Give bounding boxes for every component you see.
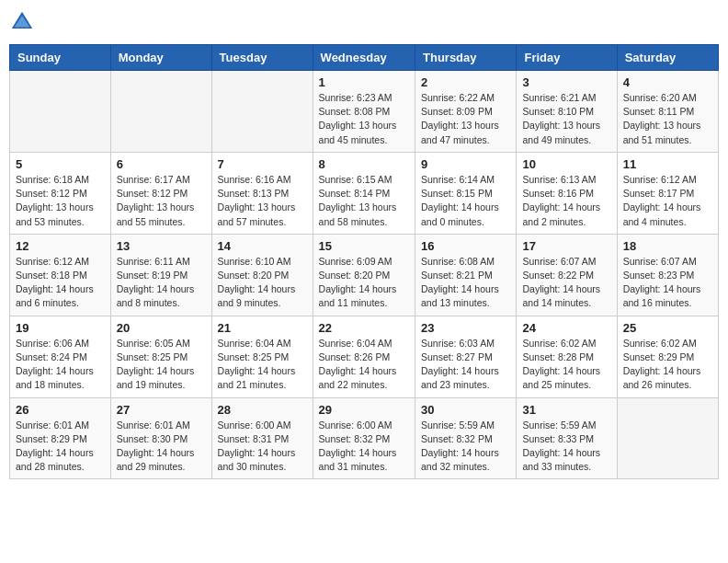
calendar-day-cell bbox=[211, 71, 313, 153]
day-number: 20 bbox=[117, 321, 206, 335]
day-number: 9 bbox=[421, 157, 510, 171]
calendar-day-cell: 9Sunrise: 6:14 AMSunset: 8:15 PMDaylight… bbox=[415, 152, 517, 234]
calendar-day-cell: 16Sunrise: 6:08 AMSunset: 8:21 PMDayligh… bbox=[415, 234, 517, 316]
calendar-day-cell: 14Sunrise: 6:10 AMSunset: 8:20 PMDayligh… bbox=[211, 234, 313, 316]
calendar-day-cell: 12Sunrise: 6:12 AMSunset: 8:18 PMDayligh… bbox=[10, 234, 111, 316]
calendar-day-cell: 4Sunrise: 6:20 AMSunset: 8:11 PMDaylight… bbox=[617, 71, 718, 153]
calendar-day-cell: 2Sunrise: 6:22 AMSunset: 8:09 PMDaylight… bbox=[415, 71, 517, 153]
day-number: 1 bbox=[319, 75, 409, 89]
day-number: 6 bbox=[117, 157, 206, 171]
calendar-day-cell: 15Sunrise: 6:09 AMSunset: 8:20 PMDayligh… bbox=[313, 234, 415, 316]
calendar-day-cell: 31Sunrise: 5:59 AMSunset: 8:33 PMDayligh… bbox=[517, 397, 617, 479]
day-of-week-header: Friday bbox=[517, 45, 617, 71]
day-number: 7 bbox=[218, 157, 307, 171]
calendar-header-row: SundayMondayTuesdayWednesdayThursdayFrid… bbox=[10, 45, 719, 71]
calendar-day-cell: 6Sunrise: 6:17 AMSunset: 8:12 PMDaylight… bbox=[110, 152, 211, 234]
day-number: 8 bbox=[319, 157, 409, 171]
calendar-day-cell: 17Sunrise: 6:07 AMSunset: 8:22 PMDayligh… bbox=[517, 234, 617, 316]
day-number: 25 bbox=[623, 321, 712, 335]
calendar-week-row: 1Sunrise: 6:23 AMSunset: 8:08 PMDaylight… bbox=[10, 71, 719, 153]
calendar-day-cell: 26Sunrise: 6:01 AMSunset: 8:29 PMDayligh… bbox=[10, 397, 111, 479]
calendar-day-cell: 23Sunrise: 6:03 AMSunset: 8:27 PMDayligh… bbox=[415, 316, 517, 397]
day-number: 16 bbox=[421, 239, 510, 253]
day-info: Sunrise: 6:10 AMSunset: 8:20 PMDaylight:… bbox=[218, 255, 307, 311]
day-info: Sunrise: 6:01 AMSunset: 8:29 PMDaylight:… bbox=[16, 419, 105, 475]
day-number: 5 bbox=[16, 157, 105, 171]
day-number: 12 bbox=[16, 239, 105, 253]
day-number: 24 bbox=[522, 321, 610, 335]
calendar-day-cell: 29Sunrise: 6:00 AMSunset: 8:32 PMDayligh… bbox=[313, 397, 415, 479]
day-info: Sunrise: 6:11 AMSunset: 8:19 PMDaylight:… bbox=[117, 255, 206, 311]
day-of-week-header: Monday bbox=[110, 45, 211, 71]
calendar-week-row: 26Sunrise: 6:01 AMSunset: 8:29 PMDayligh… bbox=[10, 397, 719, 479]
day-info: Sunrise: 6:07 AMSunset: 8:23 PMDaylight:… bbox=[623, 255, 712, 311]
day-info: Sunrise: 6:00 AMSunset: 8:32 PMDaylight:… bbox=[319, 419, 409, 475]
day-number: 4 bbox=[623, 75, 712, 89]
day-info: Sunrise: 6:02 AMSunset: 8:29 PMDaylight:… bbox=[623, 337, 712, 393]
calendar-day-cell: 10Sunrise: 6:13 AMSunset: 8:16 PMDayligh… bbox=[517, 152, 617, 234]
day-info: Sunrise: 6:03 AMSunset: 8:27 PMDaylight:… bbox=[421, 337, 510, 393]
day-number: 11 bbox=[623, 157, 712, 171]
day-number: 22 bbox=[319, 321, 409, 335]
calendar-day-cell: 22Sunrise: 6:04 AMSunset: 8:26 PMDayligh… bbox=[313, 316, 415, 397]
day-info: Sunrise: 6:16 AMSunset: 8:13 PMDaylight:… bbox=[218, 173, 307, 229]
day-info: Sunrise: 6:21 AMSunset: 8:10 PMDaylight:… bbox=[522, 91, 610, 147]
day-number: 13 bbox=[117, 239, 206, 253]
day-info: Sunrise: 6:00 AMSunset: 8:31 PMDaylight:… bbox=[218, 419, 307, 475]
day-info: Sunrise: 5:59 AMSunset: 8:32 PMDaylight:… bbox=[421, 419, 510, 475]
day-info: Sunrise: 6:02 AMSunset: 8:28 PMDaylight:… bbox=[522, 337, 610, 393]
calendar-day-cell: 18Sunrise: 6:07 AMSunset: 8:23 PMDayligh… bbox=[617, 234, 718, 316]
calendar-day-cell: 3Sunrise: 6:21 AMSunset: 8:10 PMDaylight… bbox=[517, 71, 617, 153]
calendar-week-row: 12Sunrise: 6:12 AMSunset: 8:18 PMDayligh… bbox=[10, 234, 719, 316]
day-info: Sunrise: 5:59 AMSunset: 8:33 PMDaylight:… bbox=[522, 419, 610, 475]
general-blue-logo-icon bbox=[9, 9, 35, 35]
day-info: Sunrise: 6:17 AMSunset: 8:12 PMDaylight:… bbox=[117, 173, 206, 229]
day-number: 19 bbox=[16, 321, 105, 335]
day-number: 26 bbox=[16, 403, 105, 417]
day-info: Sunrise: 6:13 AMSunset: 8:16 PMDaylight:… bbox=[522, 173, 610, 229]
day-info: Sunrise: 6:05 AMSunset: 8:25 PMDaylight:… bbox=[117, 337, 206, 393]
calendar-day-cell: 30Sunrise: 5:59 AMSunset: 8:32 PMDayligh… bbox=[415, 397, 517, 479]
calendar-week-row: 5Sunrise: 6:18 AMSunset: 8:12 PMDaylight… bbox=[10, 152, 719, 234]
day-info: Sunrise: 6:04 AMSunset: 8:25 PMDaylight:… bbox=[218, 337, 307, 393]
logo bbox=[9, 9, 39, 35]
day-info: Sunrise: 6:18 AMSunset: 8:12 PMDaylight:… bbox=[16, 173, 105, 229]
calendar-day-cell: 8Sunrise: 6:15 AMSunset: 8:14 PMDaylight… bbox=[313, 152, 415, 234]
day-number: 17 bbox=[522, 239, 610, 253]
calendar-day-cell: 24Sunrise: 6:02 AMSunset: 8:28 PMDayligh… bbox=[517, 316, 617, 397]
day-of-week-header: Wednesday bbox=[313, 45, 415, 71]
day-number: 2 bbox=[421, 75, 510, 89]
calendar-day-cell bbox=[617, 397, 718, 479]
day-info: Sunrise: 6:08 AMSunset: 8:21 PMDaylight:… bbox=[421, 255, 510, 311]
day-info: Sunrise: 6:12 AMSunset: 8:18 PMDaylight:… bbox=[16, 255, 105, 311]
day-number: 28 bbox=[218, 403, 307, 417]
calendar-day-cell bbox=[10, 71, 111, 153]
day-of-week-header: Tuesday bbox=[211, 45, 313, 71]
day-info: Sunrise: 6:14 AMSunset: 8:15 PMDaylight:… bbox=[421, 173, 510, 229]
day-info: Sunrise: 6:15 AMSunset: 8:14 PMDaylight:… bbox=[319, 173, 409, 229]
day-info: Sunrise: 6:23 AMSunset: 8:08 PMDaylight:… bbox=[319, 91, 409, 147]
calendar-day-cell: 20Sunrise: 6:05 AMSunset: 8:25 PMDayligh… bbox=[110, 316, 211, 397]
day-number: 27 bbox=[117, 403, 206, 417]
calendar-day-cell: 5Sunrise: 6:18 AMSunset: 8:12 PMDaylight… bbox=[10, 152, 111, 234]
day-number: 3 bbox=[522, 75, 610, 89]
day-number: 29 bbox=[319, 403, 409, 417]
day-of-week-header: Thursday bbox=[415, 45, 517, 71]
calendar-day-cell: 19Sunrise: 6:06 AMSunset: 8:24 PMDayligh… bbox=[10, 316, 111, 397]
day-number: 18 bbox=[623, 239, 712, 253]
calendar-day-cell: 7Sunrise: 6:16 AMSunset: 8:13 PMDaylight… bbox=[211, 152, 313, 234]
day-number: 14 bbox=[218, 239, 307, 253]
day-of-week-header: Sunday bbox=[10, 45, 111, 71]
day-info: Sunrise: 6:07 AMSunset: 8:22 PMDaylight:… bbox=[522, 255, 610, 311]
calendar-table: SundayMondayTuesdayWednesdayThursdayFrid… bbox=[9, 44, 719, 479]
day-info: Sunrise: 6:09 AMSunset: 8:20 PMDaylight:… bbox=[319, 255, 409, 311]
calendar-day-cell: 21Sunrise: 6:04 AMSunset: 8:25 PMDayligh… bbox=[211, 316, 313, 397]
day-number: 30 bbox=[421, 403, 510, 417]
calendar-day-cell bbox=[110, 71, 211, 153]
calendar-day-cell: 28Sunrise: 6:00 AMSunset: 8:31 PMDayligh… bbox=[211, 397, 313, 479]
calendar-week-row: 19Sunrise: 6:06 AMSunset: 8:24 PMDayligh… bbox=[10, 316, 719, 397]
calendar-day-cell: 27Sunrise: 6:01 AMSunset: 8:30 PMDayligh… bbox=[110, 397, 211, 479]
calendar-day-cell: 11Sunrise: 6:12 AMSunset: 8:17 PMDayligh… bbox=[617, 152, 718, 234]
day-info: Sunrise: 6:01 AMSunset: 8:30 PMDaylight:… bbox=[117, 419, 206, 475]
day-info: Sunrise: 6:04 AMSunset: 8:26 PMDaylight:… bbox=[319, 337, 409, 393]
